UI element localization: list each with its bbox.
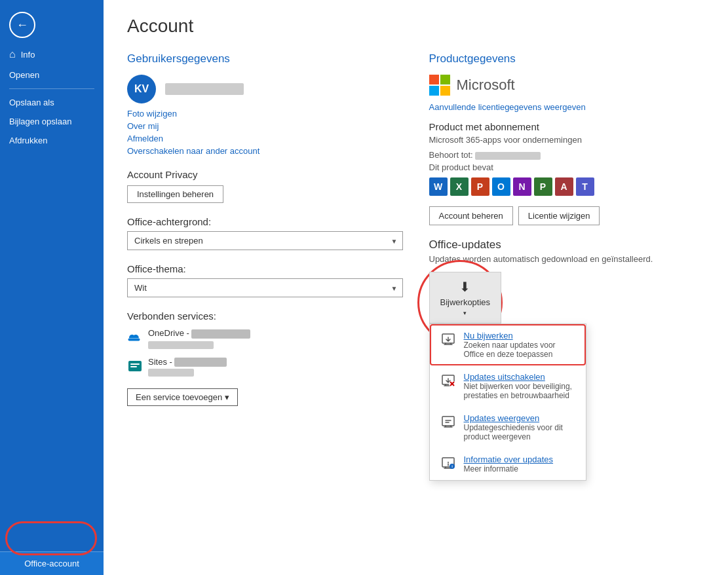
microsoft-logo: Microsoft <box>429 75 705 96</box>
updates-uitschakelen-item[interactable]: Updates uitschakelen Niet bijwerken voor… <box>430 365 586 407</box>
nu-bijwerken-wrapper: Nu bijwerken Zoeken naar updates voor Of… <box>430 324 586 365</box>
ms-logo-red <box>429 75 439 84</box>
sites-icon <box>127 358 143 374</box>
ms-logo-grid <box>429 75 450 96</box>
bijwerkopties-container: ⬇ Bijwerkopties ▾ <box>429 272 502 324</box>
updates-section: Office-updates Updates worden automatisc… <box>429 238 705 373</box>
belongs-bar <box>475 152 541 160</box>
microsoft-name: Microsoft <box>457 77 515 94</box>
avatar: KV <box>127 75 156 103</box>
sidebar-item-attachments[interactable]: Bijlagen opslaan <box>0 112 104 131</box>
columns-layout: Gebruikersgegevens KV Foto wijzigen Over… <box>127 52 704 406</box>
background-select[interactable]: Cirkels en strepen <box>127 231 403 250</box>
sites-name-bar <box>174 358 227 367</box>
about-link[interactable]: Over mij <box>127 121 403 131</box>
onedrive-name-bar <box>191 329 250 339</box>
sidebar-item-info-label: Info <box>21 50 35 60</box>
change-license-button[interactable]: Licentie wijzigen <box>518 206 600 225</box>
sidebar-item-open[interactable]: Openen <box>0 65 104 84</box>
sidebar: ← ⌂ Info Openen Opslaan als Bijlagen ops… <box>0 0 104 575</box>
manage-account-button[interactable]: Account beheren <box>429 206 513 225</box>
updates-weergeven-item[interactable]: Updates weergeven Updategeschiedenis voo… <box>430 407 586 448</box>
home-icon: ⌂ <box>9 48 16 60</box>
updates-uitschakelen-icon <box>439 372 457 390</box>
updates-uitschakelen-text: Updates uitschakelen Niet bijwerken voor… <box>464 372 577 400</box>
back-button[interactable]: ← <box>9 12 35 38</box>
photo-link[interactable]: Foto wijzigen <box>127 109 403 119</box>
privacy-title: Account Privacy <box>127 169 403 180</box>
sites-detail-bar <box>148 369 194 377</box>
user-name-bar <box>165 83 244 95</box>
signout-link[interactable]: Afmelden <box>127 134 403 143</box>
chevron-down-icon-bijwerk: ▾ <box>463 310 467 316</box>
account-buttons: Account beheren Licentie wijzigen <box>429 206 705 225</box>
teams-icon: T <box>576 177 594 196</box>
info-updates-text: Informatie over updates Meer informatie <box>464 454 554 473</box>
manage-settings-button[interactable]: Instellingen beheren <box>127 185 223 203</box>
nu-bijwerken-icon <box>439 331 457 349</box>
updates-weergeven-icon <box>439 413 457 432</box>
svg-rect-1 <box>130 363 140 365</box>
background-select-wrapper: Cirkels en strepen ▼ <box>127 231 403 250</box>
background-label: Office-achtergrond: <box>127 216 403 227</box>
sidebar-divider-1 <box>9 88 94 89</box>
license-link[interactable]: Aanvullende licentiegegevens weergeven <box>429 102 705 112</box>
bijwerkopties-button[interactable]: ⬇ Bijwerkopties ▾ <box>429 272 502 324</box>
info-updates-item[interactable]: i Informatie over updates Meer informati… <box>430 448 586 480</box>
sidebar-item-print[interactable]: Afdrukken <box>0 131 104 150</box>
belongs-row: Behoort tot: <box>429 150 705 160</box>
info-updates-icon: i <box>439 454 457 473</box>
onedrive-detail-bar <box>148 341 214 349</box>
privacy-section: Account Privacy Instellingen beheren <box>127 169 403 203</box>
connected-services-section: Verbonden services: OneDrive - <box>127 310 403 406</box>
sidebar-item-saveas[interactable]: Opslaan als <box>0 93 104 112</box>
ms-logo-yellow <box>440 86 450 96</box>
app-icons-row: W X P O N P A T <box>429 177 705 196</box>
add-service-button[interactable]: Een service toevoegen ▾ <box>127 388 238 406</box>
nu-bijwerken-item[interactable]: Nu bijwerken Zoeken naar updates voor Of… <box>430 324 586 365</box>
sites-details: Sites - <box>148 357 227 377</box>
switch-account-link[interactable]: Overschakelen naar ander account <box>127 146 403 156</box>
main-content: Account Gebruikersgegevens KV Foto wijzi… <box>104 0 728 575</box>
left-column: Gebruikersgegevens KV Foto wijzigen Over… <box>127 52 403 406</box>
excel-icon: X <box>450 177 469 196</box>
sidebar-item-office-account[interactable]: Office-account <box>0 551 104 575</box>
outlook-icon: O <box>492 177 510 196</box>
updates-description: Updates worden automatisch gedownload en… <box>429 254 705 264</box>
ms-logo-green <box>440 75 450 84</box>
sites-service: Sites - <box>127 357 403 377</box>
access-icon: A <box>555 177 573 196</box>
powerpoint-icon: P <box>471 177 489 196</box>
subscription-title: Product met abonnement <box>429 121 705 132</box>
theme-select-wrapper: Wit ▼ <box>127 278 403 297</box>
connected-services-title: Verbonden services: <box>127 310 403 322</box>
sidebar-item-info[interactable]: ⌂ Info <box>0 43 104 65</box>
theme-label: Office-thema: <box>127 263 403 274</box>
onedrive-service: OneDrive - <box>127 328 403 349</box>
svg-rect-2 <box>130 366 137 367</box>
updates-title: Office-updates <box>429 238 705 251</box>
word-icon: W <box>429 177 448 196</box>
background-section: Office-achtergrond: Cirkels en strepen ▼ <box>127 216 403 250</box>
subscription-name: Microsoft 365-apps voor ondernemingen <box>429 135 705 145</box>
avatar-row: KV <box>127 75 403 103</box>
onedrive-details: OneDrive - <box>148 328 250 349</box>
right-column: Productgegevens Microsoft Aanvullende li… <box>429 52 705 406</box>
product-contains: Dit product bevat <box>429 162 705 172</box>
theme-select[interactable]: Wit <box>127 278 403 297</box>
download-icon: ⬇ <box>459 279 470 295</box>
page-title: Account <box>127 16 704 37</box>
svg-point-10 <box>448 462 449 463</box>
product-section-title: Productgegevens <box>429 52 705 65</box>
chevron-down-icon: ▾ <box>225 392 229 402</box>
publisher-icon: P <box>534 177 552 196</box>
svg-rect-8 <box>442 417 454 426</box>
sidebar-nav: ⌂ Info Openen Opslaan als Bijlagen opsla… <box>0 43 104 551</box>
user-section-title: Gebruikersgegevens <box>127 52 403 65</box>
bijwerkopties-dropdown: Nu bijwerken Zoeken naar updates voor Of… <box>429 324 586 481</box>
nu-bijwerken-text: Nu bijwerken Zoeken naar updates voor Of… <box>464 331 577 359</box>
onenote-icon: N <box>513 177 531 196</box>
theme-section: Office-thema: Wit ▼ <box>127 263 403 297</box>
onedrive-icon <box>127 329 143 345</box>
ms-logo-blue <box>429 86 439 96</box>
